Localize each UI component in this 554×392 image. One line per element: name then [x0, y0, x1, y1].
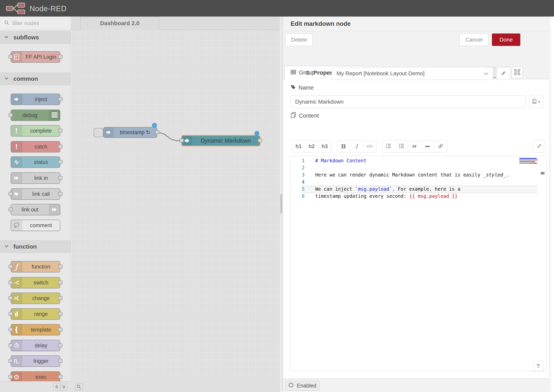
edit-node-panel: Edit markdown node Delete Cancel Done ⚙ … [283, 17, 551, 392]
book-icon [532, 99, 537, 105]
node-appearance-button[interactable] [512, 67, 523, 78]
palette-node-comment[interactable]: comment [11, 220, 60, 231]
output-port[interactable] [58, 129, 63, 133]
output-port[interactable] [58, 312, 63, 316]
input-port[interactable] [8, 343, 13, 347]
input-port[interactable] [8, 375, 13, 379]
blockquote-button[interactable]: “ [408, 140, 421, 152]
input-port[interactable] [8, 280, 13, 284]
palette-section-common[interactable]: common [0, 72, 71, 85]
palette-node-debug[interactable]: debug [11, 110, 60, 121]
editor-help-button[interactable]: ? [533, 361, 543, 371]
name-input[interactable] [291, 95, 526, 108]
italic-button[interactable]: I [350, 140, 363, 152]
output-port[interactable] [58, 328, 63, 331]
code-line: Here we can render dynamic Markdown cont… [315, 172, 509, 178]
palette-node-link-out[interactable]: link out [11, 204, 60, 215]
output-port[interactable] [58, 265, 63, 268]
h1-button[interactable]: h1 [292, 140, 305, 152]
output-port[interactable] [258, 139, 262, 142]
group-select[interactable]: My Report [Notebook Layout Demo] [332, 67, 493, 80]
ordered-list-button[interactable] [382, 140, 395, 152]
markdown-content-editor[interactable]: 1 # Markdown Content 2 3 Here we can ren… [291, 156, 546, 371]
link-out-icon [49, 204, 60, 215]
palette-node-complete[interactable]: ! complete [11, 125, 60, 137]
palette-node-delay[interactable]: delay [11, 340, 60, 351]
cancel-button[interactable]: Cancel [459, 34, 488, 46]
h3-button[interactable]: h3 [318, 140, 331, 152]
palette-node-trigger[interactable]: trigger [11, 355, 60, 367]
input-port[interactable] [8, 265, 13, 268]
palette-node-function[interactable]: ƒ function [11, 261, 60, 273]
canvas-node-timestamp[interactable]: timestamp ↻ [103, 127, 157, 138]
h2-button[interactable]: h2 [305, 140, 318, 152]
inject-trigger-button[interactable] [94, 128, 103, 137]
palette-node-range[interactable]: range [11, 308, 60, 320]
output-port[interactable] [155, 130, 159, 134]
input-port[interactable] [8, 359, 13, 363]
search-flows-button[interactable] [75, 384, 83, 390]
output-port[interactable] [58, 375, 63, 379]
edit-group-button[interactable] [497, 67, 510, 80]
expand-editor-button[interactable] [533, 140, 545, 153]
changed-marker [152, 123, 157, 128]
code-button[interactable]: </> [363, 140, 376, 152]
name-type-button[interactable]: ▾ [529, 95, 543, 108]
input-port[interactable] [8, 55, 13, 59]
palette-section-function[interactable]: function [0, 240, 71, 253]
done-button[interactable]: Done [492, 34, 520, 46]
delete-button[interactable]: Delete [286, 34, 313, 46]
code-line: timestamp updating every second: {{ msg.… [315, 193, 457, 199]
input-port[interactable] [8, 207, 13, 211]
palette-node-change[interactable]: change [11, 293, 60, 304]
palette-node-catch[interactable]: ! catch [11, 141, 60, 153]
input-port[interactable] [8, 113, 13, 117]
enabled-toggle-button[interactable]: Enabled [286, 381, 319, 391]
collapse-categories-button[interactable] [53, 383, 60, 390]
panel-resize-handle[interactable] [279, 17, 283, 392]
pencil-icon [501, 70, 506, 77]
workspace-canvas[interactable]: Dashboard 2.0 timestamp ↻ Dynamic Markdo… [71, 17, 279, 392]
panel-button-row: Delete Cancel Done [283, 31, 551, 47]
divider-scrollbar-thumb[interactable] [280, 194, 282, 213]
palette-node-inject[interactable]: inject [11, 94, 60, 105]
panel-title: Edit markdown node [283, 17, 551, 31]
expand-categories-button[interactable] [60, 383, 67, 390]
bold-button[interactable]: B [337, 140, 350, 152]
input-port[interactable] [8, 296, 13, 300]
palette-node-link-call[interactable]: link call [11, 188, 60, 200]
output-port[interactable] [58, 97, 63, 101]
output-port[interactable] [58, 55, 63, 59]
flow-grid[interactable]: timestamp ↻ Dynamic Markdown [71, 30, 279, 381]
input-port[interactable] [8, 192, 13, 196]
input-port[interactable] [8, 328, 13, 331]
output-port[interactable] [58, 176, 63, 180]
flow-tab-dashboard-2[interactable]: Dashboard 2.0 [80, 17, 159, 30]
output-port[interactable] [58, 160, 63, 164]
output-port[interactable] [58, 359, 63, 363]
palette-node-template[interactable]: { template [11, 324, 60, 336]
palette-section-subflows[interactable]: subflows [0, 31, 71, 44]
output-port[interactable] [58, 192, 63, 196]
palette-node-label: debug [11, 110, 49, 120]
filter-nodes-input[interactable] [12, 20, 62, 26]
palette-node-link-in[interactable]: link in [11, 172, 60, 184]
unordered-list-button[interactable] [395, 140, 408, 152]
output-port[interactable] [58, 296, 63, 300]
output-port[interactable] [58, 280, 63, 284]
output-port[interactable] [58, 145, 63, 148]
panel-scrollbar-track[interactable] [549, 17, 551, 392]
input-port[interactable] [180, 139, 184, 142]
horizontal-rule-button[interactable] [421, 140, 434, 152]
palette-node-ff-api-login[interactable]: FF API Login [11, 51, 60, 63]
canvas-node-dynamic-markdown[interactable]: Dynamic Markdown [181, 135, 260, 146]
line-number-current: 4 [291, 179, 305, 185]
palette-node-label: delay [22, 340, 60, 351]
palette-node-status[interactable]: status [11, 156, 60, 168]
input-port[interactable] [8, 312, 13, 316]
editor-scrollbar-thumb[interactable] [541, 172, 545, 175]
insert-link-button[interactable] [434, 140, 447, 152]
output-port[interactable] [58, 343, 63, 347]
palette-node-switch[interactable]: switch [11, 277, 60, 288]
code-line: # Markdown Content [315, 158, 366, 163]
